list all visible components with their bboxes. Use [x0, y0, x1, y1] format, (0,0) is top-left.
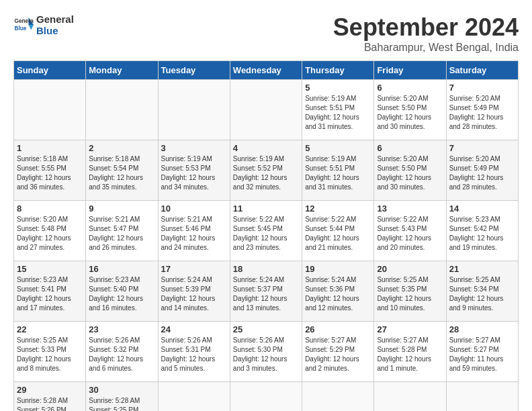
- calendar-cell: 25Sunrise: 5:26 AM Sunset: 5:30 PM Dayli…: [230, 322, 302, 382]
- day-info: Sunrise: 5:27 AM Sunset: 5:28 PM Dayligh…: [377, 336, 443, 373]
- day-number: 13: [377, 203, 443, 214]
- calendar-cell: 11Sunrise: 5:22 AM Sunset: 5:45 PM Dayli…: [230, 201, 302, 261]
- day-info: Sunrise: 5:23 AM Sunset: 5:41 PM Dayligh…: [17, 275, 83, 313]
- calendar-cell: 5Sunrise: 5:19 AM Sunset: 5:51 PM Daylig…: [302, 140, 374, 201]
- calendar-cell: 17Sunrise: 5:24 AM Sunset: 5:39 PM Dayli…: [158, 261, 230, 322]
- calendar-cell: 30Sunrise: 5:28 AM Sunset: 5:25 PM Dayli…: [86, 382, 158, 412]
- calendar-cell: 13Sunrise: 5:22 AM Sunset: 5:43 PM Dayli…: [374, 201, 446, 261]
- logo-blue: Blue: [36, 25, 74, 36]
- day-number: 16: [89, 264, 154, 274]
- day-info: Sunrise: 5:25 AM Sunset: 5:33 PM Dayligh…: [17, 336, 83, 373]
- day-info: Sunrise: 5:20 AM Sunset: 5:50 PM Dayligh…: [377, 154, 443, 192]
- day-info: Sunrise: 5:24 AM Sunset: 5:36 PM Dayligh…: [305, 275, 371, 313]
- day-info: Sunrise: 5:22 AM Sunset: 5:45 PM Dayligh…: [233, 215, 299, 253]
- day-number: 26: [305, 324, 371, 334]
- header-wednesday: Wednesday: [230, 61, 302, 80]
- day-info: Sunrise: 5:26 AM Sunset: 5:30 PM Dayligh…: [233, 336, 299, 373]
- day-info: Sunrise: 5:20 AM Sunset: 5:49 PM Dayligh…: [449, 154, 515, 192]
- svg-text:General: General: [15, 18, 34, 24]
- day-info: Sunrise: 5:26 AM Sunset: 5:32 PM Dayligh…: [89, 336, 154, 373]
- day-number: 21: [449, 264, 515, 274]
- calendar-cell: [230, 80, 302, 140]
- day-info: Sunrise: 5:24 AM Sunset: 5:39 PM Dayligh…: [161, 275, 227, 313]
- calendar-cell: 24Sunrise: 5:26 AM Sunset: 5:31 PM Dayli…: [158, 322, 230, 382]
- calendar-cell: [158, 80, 230, 140]
- week-row-4: 22Sunrise: 5:25 AM Sunset: 5:33 PM Dayli…: [14, 322, 519, 382]
- calendar-cell: 9Sunrise: 5:21 AM Sunset: 5:47 PM Daylig…: [86, 201, 158, 261]
- calendar-cell: 21Sunrise: 5:25 AM Sunset: 5:34 PM Dayli…: [446, 261, 518, 322]
- day-info: Sunrise: 5:19 AM Sunset: 5:51 PM Dayligh…: [305, 94, 371, 132]
- week-row-3: 15Sunrise: 5:23 AM Sunset: 5:41 PM Dayli…: [14, 261, 519, 322]
- calendar-cell: [230, 382, 302, 412]
- day-number: 7: [449, 83, 515, 93]
- calendar-cell: 18Sunrise: 5:24 AM Sunset: 5:37 PM Dayli…: [230, 261, 302, 322]
- calendar-cell: [14, 80, 86, 140]
- day-number: 28: [449, 324, 515, 334]
- day-number: 30: [89, 385, 154, 395]
- calendar-cell: [446, 382, 518, 412]
- day-info: Sunrise: 5:19 AM Sunset: 5:53 PM Dayligh…: [161, 154, 227, 192]
- day-number: 12: [305, 203, 371, 214]
- header-saturday: Saturday: [446, 61, 518, 80]
- day-number: 22: [17, 324, 83, 334]
- month-title: September 2024: [333, 13, 519, 42]
- day-number: 29: [17, 385, 83, 395]
- day-info: Sunrise: 5:24 AM Sunset: 5:37 PM Dayligh…: [233, 275, 299, 313]
- day-info: Sunrise: 5:28 AM Sunset: 5:25 PM Dayligh…: [89, 396, 154, 411]
- header: General Blue General Blue September 2024…: [13, 13, 519, 54]
- logo-general: General: [36, 13, 74, 25]
- day-number: 2: [89, 143, 154, 153]
- day-info: Sunrise: 5:23 AM Sunset: 5:40 PM Dayligh…: [89, 275, 154, 313]
- day-number: 23: [89, 324, 154, 334]
- calendar-cell: 19Sunrise: 5:24 AM Sunset: 5:36 PM Dayli…: [302, 261, 374, 322]
- calendar-cell: 23Sunrise: 5:26 AM Sunset: 5:32 PM Dayli…: [86, 322, 158, 382]
- calendar-cell: 12Sunrise: 5:22 AM Sunset: 5:44 PM Dayli…: [302, 201, 374, 261]
- calendar-cell: 3Sunrise: 5:19 AM Sunset: 5:53 PM Daylig…: [158, 140, 230, 201]
- header-thursday: Thursday: [302, 61, 374, 80]
- week-row-0: 5Sunrise: 5:19 AM Sunset: 5:51 PM Daylig…: [14, 80, 519, 140]
- calendar-cell: 20Sunrise: 5:25 AM Sunset: 5:35 PM Dayli…: [374, 261, 446, 322]
- calendar-cell: 16Sunrise: 5:23 AM Sunset: 5:40 PM Dayli…: [86, 261, 158, 322]
- day-number: 7: [449, 143, 515, 153]
- day-info: Sunrise: 5:19 AM Sunset: 5:51 PM Dayligh…: [305, 154, 371, 192]
- header-monday: Monday: [86, 61, 158, 80]
- day-number: 10: [161, 203, 227, 214]
- calendar-cell: 4Sunrise: 5:19 AM Sunset: 5:52 PM Daylig…: [230, 140, 302, 201]
- title-area: September 2024 Baharampur, West Bengal, …: [333, 13, 519, 54]
- calendar-cell: 2Sunrise: 5:18 AM Sunset: 5:54 PM Daylig…: [86, 140, 158, 201]
- calendar-cell: [86, 80, 158, 140]
- day-number: 15: [17, 264, 83, 274]
- day-number: 24: [161, 324, 227, 334]
- day-number: 14: [449, 203, 515, 214]
- week-row-2: 8Sunrise: 5:20 AM Sunset: 5:48 PM Daylig…: [14, 201, 519, 261]
- calendar-cell: [302, 382, 374, 412]
- day-number: 5: [305, 143, 371, 153]
- day-info: Sunrise: 5:20 AM Sunset: 5:49 PM Dayligh…: [449, 94, 515, 132]
- day-number: 20: [377, 264, 443, 274]
- calendar-cell: 28Sunrise: 5:27 AM Sunset: 5:27 PM Dayli…: [446, 322, 518, 382]
- svg-marker-1: [29, 25, 34, 30]
- day-number: 3: [161, 143, 227, 153]
- day-info: Sunrise: 5:21 AM Sunset: 5:46 PM Dayligh…: [161, 215, 227, 253]
- day-number: 5: [305, 83, 371, 93]
- day-info: Sunrise: 5:28 AM Sunset: 5:26 PM Dayligh…: [17, 396, 83, 411]
- calendar-cell: 8Sunrise: 5:20 AM Sunset: 5:48 PM Daylig…: [14, 201, 86, 261]
- day-info: Sunrise: 5:25 AM Sunset: 5:34 PM Dayligh…: [449, 275, 515, 313]
- logo: General Blue General Blue: [13, 13, 74, 36]
- calendar-cell: [374, 382, 446, 412]
- day-number: 27: [377, 324, 443, 334]
- day-info: Sunrise: 5:27 AM Sunset: 5:29 PM Dayligh…: [305, 336, 371, 373]
- day-number: 11: [233, 203, 299, 214]
- day-info: Sunrise: 5:19 AM Sunset: 5:52 PM Dayligh…: [233, 154, 299, 192]
- calendar-cell: 7Sunrise: 5:20 AM Sunset: 5:49 PM Daylig…: [446, 80, 518, 140]
- header-tuesday: Tuesday: [158, 61, 230, 80]
- day-number: 9: [89, 203, 154, 214]
- calendar-cell: 14Sunrise: 5:23 AM Sunset: 5:42 PM Dayli…: [446, 201, 518, 261]
- day-info: Sunrise: 5:21 AM Sunset: 5:47 PM Dayligh…: [89, 215, 154, 253]
- calendar-cell: 1Sunrise: 5:18 AM Sunset: 5:55 PM Daylig…: [14, 140, 86, 201]
- day-info: Sunrise: 5:22 AM Sunset: 5:44 PM Dayligh…: [305, 215, 371, 253]
- week-row-5: 29Sunrise: 5:28 AM Sunset: 5:26 PM Dayli…: [14, 382, 519, 412]
- header-sunday: Sunday: [14, 61, 86, 80]
- day-info: Sunrise: 5:20 AM Sunset: 5:48 PM Dayligh…: [17, 215, 83, 253]
- day-number: 19: [305, 264, 371, 274]
